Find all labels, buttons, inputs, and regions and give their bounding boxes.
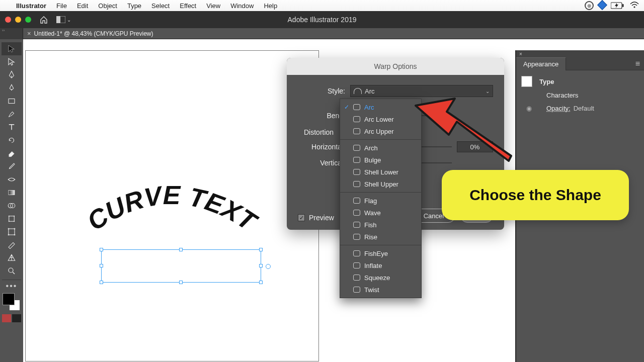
style-option-rise[interactable]: Rise: [340, 231, 421, 243]
menu-effect[interactable]: Effect: [175, 2, 201, 10]
gradient-tool[interactable]: [2, 186, 22, 199]
style-option-twist[interactable]: Twist: [340, 284, 421, 296]
preview-checkbox[interactable]: ✓: [298, 214, 305, 221]
style-option-bulge[interactable]: Bulge: [340, 154, 421, 166]
style-option-wave[interactable]: Wave: [340, 207, 421, 219]
selection-handle[interactable]: [179, 248, 183, 251]
window-close[interactable]: [5, 17, 11, 23]
appearance-characters[interactable]: Characters: [546, 92, 579, 99]
fill-swatch[interactable]: [3, 293, 15, 305]
dialog-titlebar[interactable]: Warp Options: [287, 58, 504, 75]
style-option-flag[interactable]: Flag: [340, 195, 421, 207]
menu-select[interactable]: Select: [146, 2, 175, 10]
panel-menu-icon[interactable]: ≡: [635, 59, 640, 68]
style-dropdown[interactable]: Arc ⌄: [350, 85, 493, 97]
eraser-tool[interactable]: [2, 147, 22, 160]
curvature-tool[interactable]: [2, 81, 22, 95]
edit-toolbar[interactable]: •••: [2, 282, 22, 290]
selection-rotate-handle[interactable]: [266, 264, 271, 269]
selection-handle[interactable]: [259, 281, 263, 284]
menu-type[interactable]: Type: [122, 2, 146, 10]
style-option-inflate[interactable]: Inflate: [340, 259, 421, 272]
workspace-switcher[interactable]: ⌄: [56, 16, 71, 23]
style-option-shell-upper[interactable]: Shell Upper: [340, 178, 421, 190]
style-option-fisheye[interactable]: FishEye: [340, 247, 421, 259]
style-option-arc[interactable]: ✓Arc: [340, 101, 421, 113]
style-option-fish[interactable]: Fish: [340, 219, 421, 231]
selection-handle[interactable]: [100, 248, 103, 251]
selection-tool[interactable]: [2, 42, 22, 55]
annotation-callout: Choose the Shape: [442, 170, 629, 220]
draw-behind[interactable]: [12, 314, 21, 322]
menu-window[interactable]: Window: [225, 2, 259, 10]
selection-handle[interactable]: [100, 264, 103, 267]
opacity-value[interactable]: Default: [574, 105, 594, 112]
selection-handle[interactable]: [259, 264, 263, 267]
menu-edit[interactable]: Edit: [72, 2, 93, 10]
battery-icon[interactable]: [611, 2, 625, 9]
window-fullscreen[interactable]: [25, 17, 31, 23]
warp-shape-icon: [353, 157, 360, 163]
rotate-tool[interactable]: [2, 134, 22, 147]
style-option-squeeze[interactable]: Squeeze: [340, 272, 421, 284]
creative-cloud-icon[interactable]: ⊗: [585, 1, 594, 11]
warp-shape-icon: [353, 104, 360, 110]
pen-tool[interactable]: [2, 68, 22, 81]
svg-rect-6: [9, 99, 15, 104]
selection-bounding-box[interactable]: [101, 249, 261, 283]
direct-selection-tool[interactable]: [2, 55, 22, 68]
type-tool[interactable]: [2, 121, 22, 134]
selection-handle[interactable]: [179, 281, 183, 284]
style-option-arc-lower[interactable]: Arc Lower: [340, 113, 421, 125]
document-tab[interactable]: Untitled-1* @ 48,43% (CMYK/GPU Preview): [34, 30, 153, 37]
home-button[interactable]: [38, 14, 49, 25]
rectangle-tool[interactable]: [2, 95, 22, 108]
panel-tab-appearance[interactable]: Appearance: [516, 57, 566, 70]
artboard[interactable]: CURVE TEXT: [25, 50, 319, 361]
style-value: Arc: [365, 87, 375, 95]
menu-file[interactable]: File: [51, 2, 72, 10]
selection-handle[interactable]: [100, 281, 103, 284]
selection-handle[interactable]: [259, 248, 263, 251]
tab-close-icon[interactable]: ×: [27, 30, 31, 37]
check-icon: ✓: [344, 104, 349, 111]
panel-corner[interactable]: ››: [0, 28, 23, 39]
artboard-tool[interactable]: [2, 225, 22, 238]
slice-tool[interactable]: [2, 238, 22, 251]
warp-shape-icon: [353, 275, 360, 281]
free-transform-tool[interactable]: [2, 212, 22, 225]
appearance-type: Type: [539, 78, 554, 85]
perspective-tool[interactable]: [2, 251, 22, 264]
warp-shape-icon: [353, 250, 360, 256]
menu-view[interactable]: View: [201, 2, 225, 10]
preview-label: Preview: [309, 214, 334, 222]
style-option-shell-lower[interactable]: Shell Lower: [340, 166, 421, 178]
window-minimize[interactable]: [15, 17, 21, 23]
fill-stroke-control[interactable]: [3, 293, 21, 311]
shape-builder-tool[interactable]: [2, 199, 22, 212]
macos-menubar: Illustrator File Edit Object Type Select…: [0, 0, 644, 11]
diamond-icon[interactable]: [599, 2, 606, 10]
app-name[interactable]: Illustrator: [11, 2, 51, 10]
opacity-label[interactable]: Opacity:: [546, 105, 571, 112]
draw-normal[interactable]: [2, 314, 11, 322]
eyedropper-tool[interactable]: [2, 160, 22, 173]
panel-close-icon[interactable]: ×: [519, 51, 522, 57]
wifi-icon[interactable]: [630, 2, 639, 10]
option-label: Arc: [364, 104, 374, 111]
style-label: Style:: [298, 87, 350, 95]
menu-help[interactable]: Help: [259, 2, 282, 10]
option-label: Wave: [364, 209, 381, 217]
curved-text-object[interactable]: CURVE TEXT: [66, 176, 277, 257]
zoom-tool[interactable]: [2, 264, 22, 278]
horizontal-value[interactable]: 0%: [457, 141, 493, 152]
style-option-arch[interactable]: Arch: [340, 142, 421, 154]
svg-point-13: [9, 221, 10, 222]
callout-text: Choose the Shape: [469, 187, 601, 204]
visibility-toggle-icon[interactable]: ◉: [526, 105, 532, 112]
appearance-thumbnail[interactable]: [521, 76, 532, 87]
style-option-arc-upper[interactable]: Arc Upper: [340, 125, 421, 137]
menu-object[interactable]: Object: [93, 2, 122, 10]
width-tool[interactable]: [2, 173, 22, 186]
paintbrush-tool[interactable]: [2, 108, 22, 121]
